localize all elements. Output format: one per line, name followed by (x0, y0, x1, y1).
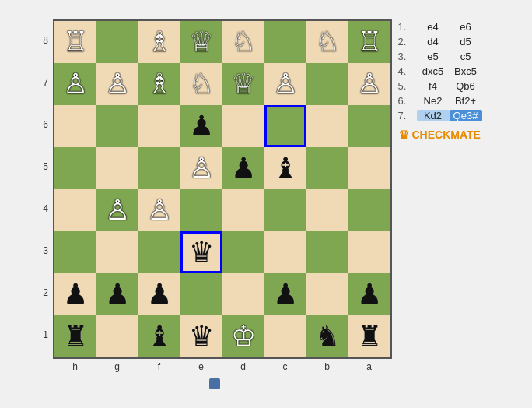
cell-c6[interactable] (264, 105, 306, 147)
move-black-2[interactable]: d5 (450, 36, 482, 47)
cell-a4[interactable] (348, 189, 390, 231)
cell-g2[interactable]: ♟ (96, 273, 138, 315)
cell-b1[interactable]: ♞ (306, 315, 348, 357)
cell-d2[interactable] (222, 273, 264, 315)
move-white-4[interactable]: dxc5 (417, 65, 450, 77)
move-row-2[interactable]: 2.d4d5 (398, 34, 492, 49)
move-row-4[interactable]: 4.dxc5Bxc5 (398, 64, 492, 79)
move-white-2[interactable]: d4 (417, 36, 450, 47)
cell-e4[interactable] (180, 189, 222, 231)
cell-c1[interactable] (264, 315, 306, 357)
move-row-5[interactable]: 5.f4Qb6 (398, 79, 492, 93)
cell-h7[interactable]: ♙ (54, 63, 96, 105)
cell-b8[interactable]: ♘ (306, 21, 348, 63)
cell-g8[interactable] (96, 21, 138, 63)
cell-g4[interactable]: ♙ (96, 189, 138, 231)
cell-c8[interactable] (264, 21, 306, 63)
move-black-3[interactable]: c5 (450, 51, 482, 62)
piece-c5: ♝ (273, 154, 298, 182)
cell-f1[interactable]: ♝ (138, 315, 180, 357)
piece-e1: ♛ (189, 322, 214, 350)
cell-a1[interactable]: ♜ (348, 315, 390, 357)
cell-h2[interactable]: ♟ (54, 273, 96, 315)
move-black-6[interactable]: Bf2+ (450, 95, 482, 107)
cell-e1[interactable]: ♛ (180, 315, 222, 357)
cell-b4[interactable] (306, 189, 348, 231)
cell-h4[interactable] (54, 189, 96, 231)
move-num-4: 4. (398, 65, 417, 77)
cell-g1[interactable] (96, 315, 138, 357)
cell-b5[interactable] (306, 147, 348, 189)
cell-a3[interactable] (348, 231, 390, 273)
cell-f4[interactable]: ♙ (138, 189, 180, 231)
piece-g7: ♙ (105, 70, 130, 98)
cell-a8[interactable]: ♖ (348, 21, 390, 63)
cell-e6[interactable]: ♟ (180, 105, 222, 147)
rank-6: 6 (41, 104, 51, 146)
cell-a6[interactable] (348, 105, 390, 147)
cell-f7[interactable]: ♗ (138, 63, 180, 105)
move-black-4[interactable]: Bxc5 (450, 65, 482, 77)
cell-b6[interactable] (306, 105, 348, 147)
cell-d4[interactable] (222, 189, 264, 231)
file-b: b (306, 361, 348, 372)
move-white-5[interactable]: f4 (417, 80, 450, 92)
cell-c5[interactable]: ♝ (264, 147, 306, 189)
cell-b3[interactable] (306, 231, 348, 273)
cell-e3[interactable]: ♛ (180, 231, 222, 273)
cell-d5[interactable]: ♟ (222, 147, 264, 189)
move-white-1[interactable]: e4 (417, 21, 450, 33)
move-row-1[interactable]: 1.e4e6 (398, 19, 492, 34)
move-white-3[interactable]: e5 (417, 51, 450, 62)
cell-e7[interactable]: ♘ (180, 63, 222, 105)
cell-a2[interactable]: ♟ (348, 273, 390, 315)
rank-4: 4 (41, 188, 51, 230)
cell-f5[interactable] (138, 147, 180, 189)
cell-f8[interactable]: ♗ (138, 21, 180, 63)
cell-h5[interactable] (54, 147, 96, 189)
checkmate-label: CHECKMATE (412, 128, 481, 141)
piece-e6: ♟ (189, 112, 214, 140)
cell-d3[interactable] (222, 231, 264, 273)
cell-b2[interactable] (306, 273, 348, 315)
cell-f6[interactable] (138, 105, 180, 147)
cell-h1[interactable]: ♜ (54, 315, 96, 357)
cell-h3[interactable] (54, 231, 96, 273)
cell-d6[interactable] (222, 105, 264, 147)
move-row-7[interactable]: 7.Kd2Qe3# (398, 108, 492, 123)
cell-h6[interactable] (54, 105, 96, 147)
move-white-6[interactable]: Ne2 (417, 95, 450, 107)
piece-g4: ♙ (105, 196, 130, 224)
cell-g5[interactable] (96, 147, 138, 189)
cell-f3[interactable] (138, 231, 180, 273)
cell-e5[interactable]: ♙ (180, 147, 222, 189)
cell-c2[interactable]: ♟ (264, 273, 306, 315)
cell-a7[interactable]: ♙ (348, 63, 390, 105)
cell-g3[interactable] (96, 231, 138, 273)
cell-b7[interactable] (306, 63, 348, 105)
cell-g6[interactable] (96, 105, 138, 147)
cell-c3[interactable] (264, 231, 306, 273)
cell-c7[interactable]: ♙ (264, 63, 306, 105)
piece-h1: ♜ (63, 322, 88, 350)
cell-e2[interactable] (180, 273, 222, 315)
cell-d8[interactable]: ♘ (222, 21, 264, 63)
piece-d7: ♕ (231, 70, 256, 98)
move-black-7[interactable]: Qe3# (450, 110, 482, 121)
checkmate-banner: ♛CHECKMATE (398, 128, 492, 142)
cell-c4[interactable] (264, 189, 306, 231)
chess-board[interactable]: ♖♗♕♘♘♖♙♙♗♘♕♙♙♟♙♟♝♙♙♛♟♟♟♟♟♜♝♛♔♞♜ (53, 19, 392, 359)
move-row-3[interactable]: 3.e5c5 (398, 49, 492, 64)
move-black-1[interactable]: e6 (450, 21, 482, 33)
rank-3: 3 (41, 230, 51, 272)
cell-d7[interactable]: ♕ (222, 63, 264, 105)
cell-g7[interactable]: ♙ (96, 63, 138, 105)
move-white-7[interactable]: Kd2 (417, 110, 450, 121)
cell-d1[interactable]: ♔ (222, 315, 264, 357)
move-row-6[interactable]: 6.Ne2Bf2+ (398, 93, 492, 108)
cell-f2[interactable]: ♟ (138, 273, 180, 315)
cell-a5[interactable] (348, 147, 390, 189)
cell-e8[interactable]: ♕ (180, 21, 222, 63)
move-black-5[interactable]: Qb6 (450, 80, 482, 92)
cell-h8[interactable]: ♖ (54, 21, 96, 63)
